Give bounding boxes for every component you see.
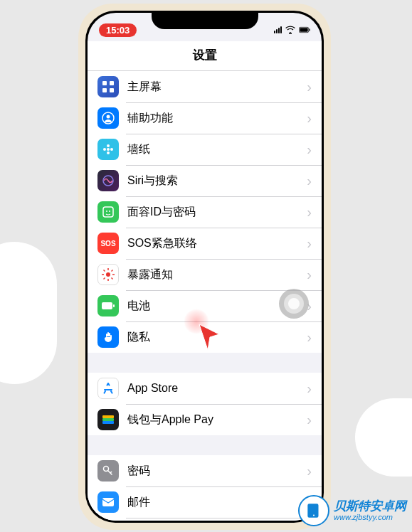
row-wallet-applepay[interactable]: 钱包与Apple Pay› bbox=[88, 404, 322, 435]
background-shape-left bbox=[0, 242, 57, 384]
svg-rect-30 bbox=[102, 418, 114, 421]
chevron-right-icon: › bbox=[307, 412, 312, 428]
svg-line-23 bbox=[104, 270, 105, 272]
row-label: Siri与搜索 bbox=[127, 174, 307, 188]
row-label: 面容ID与密码 bbox=[127, 205, 307, 220]
exposure-notifications-icon bbox=[97, 264, 119, 285]
svg-point-16 bbox=[106, 211, 107, 212]
screen: 15:03 设置 主屏幕›辅助功能›墙纸›Siri与搜索›面容ID与密码›SOS… bbox=[88, 13, 322, 521]
phone-frame: 15:03 设置 主屏幕›辅助功能›墙纸›Siri与搜索›面容ID与密码›SOS… bbox=[78, 4, 331, 530]
row-label: 墙纸 bbox=[127, 142, 307, 157]
row-emergency-sos[interactable]: SOSSOS紧急联络› bbox=[88, 228, 322, 259]
svg-point-32 bbox=[104, 467, 109, 472]
svg-rect-1 bbox=[300, 28, 307, 31]
cursor-arrow-icon bbox=[198, 323, 222, 351]
chevron-right-icon: › bbox=[307, 173, 312, 189]
svg-rect-5 bbox=[102, 88, 107, 92]
faceid-passcode-icon bbox=[97, 201, 119, 223]
chevron-right-icon: › bbox=[307, 142, 312, 158]
svg-rect-28 bbox=[113, 304, 115, 307]
privacy-icon bbox=[97, 326, 119, 348]
accessibility-icon bbox=[97, 107, 119, 129]
wallet-applepay-icon bbox=[97, 409, 119, 430]
chevron-right-icon: › bbox=[307, 110, 312, 127]
background-shape-right bbox=[355, 398, 412, 477]
settings-group: 密码›邮件›通讯录› bbox=[88, 455, 322, 521]
svg-rect-27 bbox=[102, 302, 112, 309]
row-contacts[interactable]: 通讯录› bbox=[88, 518, 322, 521]
row-app-store[interactable]: App Store› bbox=[88, 373, 322, 404]
emergency-sos-icon: SOS bbox=[97, 233, 119, 254]
row-accessibility[interactable]: 辅助功能› bbox=[88, 102, 322, 134]
svg-point-9 bbox=[107, 148, 110, 151]
row-wallpaper[interactable]: 墙纸› bbox=[88, 134, 322, 165]
signal-icon bbox=[274, 26, 282, 33]
svg-point-17 bbox=[109, 211, 110, 212]
svg-rect-4 bbox=[110, 81, 114, 85]
svg-point-10 bbox=[107, 144, 110, 147]
home-screen-icon bbox=[97, 76, 119, 97]
app-store-icon bbox=[97, 378, 119, 399]
svg-line-25 bbox=[104, 278, 105, 280]
row-mail[interactable]: 邮件› bbox=[88, 486, 322, 518]
row-exposure-notifications[interactable]: 暴露通知› bbox=[88, 259, 322, 290]
row-label: App Store bbox=[127, 382, 307, 395]
phone-bezel: 15:03 设置 主屏幕›辅助功能›墙纸›Siri与搜索›面容ID与密码›SOS… bbox=[85, 11, 324, 523]
svg-point-12 bbox=[103, 148, 106, 151]
row-home-screen[interactable]: 主屏幕› bbox=[88, 71, 322, 102]
wallpaper-icon bbox=[97, 139, 119, 160]
status-time-recording[interactable]: 15:03 bbox=[99, 23, 137, 37]
svg-line-24 bbox=[112, 278, 113, 280]
row-label: SOS紧急联络 bbox=[127, 236, 307, 251]
row-label: 邮件 bbox=[127, 495, 307, 510]
watermark-title: 贝斯特安卓网 bbox=[334, 500, 406, 514]
svg-rect-33 bbox=[102, 498, 114, 506]
svg-rect-3 bbox=[102, 81, 107, 85]
svg-point-13 bbox=[110, 148, 113, 151]
assistive-touch-button[interactable] bbox=[279, 289, 309, 319]
row-siri-search[interactable]: Siri与搜索› bbox=[88, 165, 322, 196]
notch bbox=[152, 11, 258, 29]
row-label: 暴露通知 bbox=[127, 267, 307, 282]
wifi-icon bbox=[285, 26, 296, 34]
chevron-right-icon: › bbox=[307, 463, 312, 479]
battery-icon bbox=[97, 295, 119, 316]
svg-rect-15 bbox=[103, 207, 113, 217]
row-label: 密码 bbox=[127, 464, 307, 479]
watermark-url: www.zjbstyy.com bbox=[334, 513, 406, 521]
chevron-right-icon: › bbox=[307, 381, 312, 397]
svg-rect-31 bbox=[102, 421, 114, 424]
page-title: 设置 bbox=[88, 41, 322, 71]
settings-group: App Store›钱包与Apple Pay› bbox=[88, 373, 322, 435]
status-icons bbox=[274, 26, 310, 34]
mail-icon bbox=[97, 491, 119, 513]
svg-point-18 bbox=[106, 272, 110, 277]
svg-point-11 bbox=[107, 151, 110, 154]
group-spacer bbox=[88, 353, 322, 373]
svg-rect-29 bbox=[102, 415, 114, 418]
siri-search-icon bbox=[97, 170, 119, 191]
svg-point-8 bbox=[107, 115, 110, 119]
chevron-right-icon: › bbox=[307, 79, 312, 95]
chevron-right-icon: › bbox=[307, 235, 312, 252]
row-faceid-passcode[interactable]: 面容ID与密码› bbox=[88, 196, 322, 228]
svg-line-26 bbox=[112, 270, 113, 272]
battery-icon bbox=[299, 26, 310, 34]
row-passwords[interactable]: 密码› bbox=[88, 455, 322, 486]
chevron-right-icon: › bbox=[307, 204, 312, 220]
chevron-right-icon: › bbox=[307, 267, 312, 283]
passwords-icon bbox=[97, 460, 119, 482]
group-spacer bbox=[88, 435, 322, 455]
svg-rect-2 bbox=[309, 28, 310, 31]
row-label: 辅助功能 bbox=[127, 111, 307, 126]
chevron-right-icon: › bbox=[307, 329, 312, 346]
svg-rect-6 bbox=[110, 88, 114, 92]
row-label: 主屏幕 bbox=[127, 80, 307, 95]
row-label: 钱包与Apple Pay bbox=[127, 413, 307, 427]
watermark-logo-icon bbox=[298, 495, 329, 526]
watermark: 贝斯特安卓网 www.zjbstyy.com bbox=[298, 495, 406, 526]
